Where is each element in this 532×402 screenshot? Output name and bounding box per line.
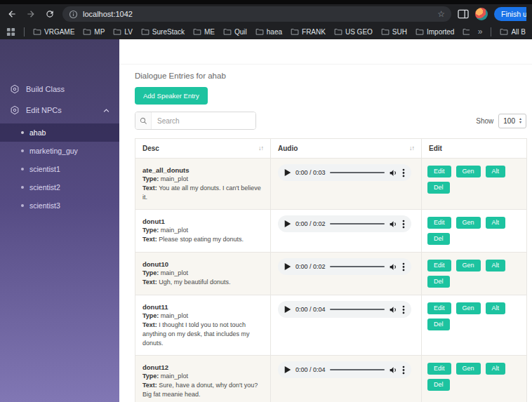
kebab-menu-icon[interactable] bbox=[402, 220, 405, 229]
bookmark-item[interactable]: VRGAME bbox=[33, 27, 74, 36]
search-input[interactable] bbox=[152, 112, 255, 129]
sort-icon[interactable]: ↓↑ bbox=[409, 145, 414, 152]
apps-grid-icon[interactable] bbox=[6, 27, 15, 36]
bookmark-item[interactable]: MP bbox=[83, 27, 105, 36]
forward-button[interactable] bbox=[25, 8, 37, 20]
audio-progress-bar[interactable] bbox=[330, 266, 385, 267]
gen-button[interactable]: Gen bbox=[456, 363, 481, 375]
volume-icon[interactable] bbox=[389, 220, 398, 229]
bookmark-item[interactable]: Quil bbox=[223, 27, 247, 36]
alt-button[interactable]: Alt bbox=[486, 217, 506, 229]
table-row: donut11 Type: main_plot Text: I thought … bbox=[135, 295, 527, 356]
folder-icon bbox=[255, 27, 264, 36]
volume-icon[interactable] bbox=[389, 366, 398, 375]
volume-icon[interactable] bbox=[389, 262, 398, 272]
all-bookmarks-button[interactable]: All B bbox=[500, 27, 526, 36]
bookmark-item[interactable]: SUH bbox=[381, 27, 407, 36]
edit-button[interactable]: Edit bbox=[427, 302, 451, 314]
edit-button[interactable]: Edit bbox=[427, 260, 451, 272]
alt-button[interactable]: Alt bbox=[486, 363, 506, 375]
url-text[interactable]: localhost:1042 bbox=[83, 10, 432, 18]
show-value: 100 bbox=[503, 117, 515, 125]
edit-button[interactable]: Edit bbox=[427, 166, 451, 177]
profile-avatar[interactable] bbox=[475, 8, 488, 20]
bookmarks-bar: VRGAME MP LV SureStack ME Quil haea FRAN… bbox=[0, 24, 532, 39]
del-button[interactable]: Del bbox=[427, 319, 450, 330]
audio-player[interactable]: 0:00 / 0:03 bbox=[278, 164, 411, 181]
audio-progress-bar[interactable] bbox=[330, 369, 385, 370]
gen-button[interactable]: Gen bbox=[456, 166, 481, 177]
volume-icon[interactable] bbox=[389, 305, 398, 314]
bookmark-item[interactable]: Imported bbox=[415, 27, 454, 36]
bookmark-item[interactable]: INTEREST bbox=[463, 27, 469, 36]
volume-icon[interactable] bbox=[389, 168, 398, 177]
del-button[interactable]: Del bbox=[427, 182, 450, 194]
bullet-icon bbox=[21, 186, 24, 189]
audio-progress-bar[interactable] bbox=[330, 309, 385, 310]
audio-player[interactable]: 0:00 / 0:04 bbox=[278, 301, 411, 318]
refresh-icon bbox=[45, 9, 55, 19]
audio-progress-bar[interactable] bbox=[330, 223, 385, 225]
alt-button[interactable]: Alt bbox=[486, 260, 506, 272]
sidebar-npc-item[interactable]: scientist1 bbox=[0, 160, 119, 178]
edit-cell: Edit Gen Alt Del bbox=[422, 210, 527, 253]
address-bar[interactable]: localhost:1042 ☆ bbox=[62, 6, 451, 22]
side-panel-icon[interactable] bbox=[458, 9, 469, 19]
edit-button[interactable]: Edit bbox=[427, 217, 451, 229]
del-button[interactable]: Del bbox=[427, 379, 450, 391]
gen-button[interactable]: Gen bbox=[456, 217, 481, 229]
sidebar-item-edit-npcs[interactable]: Edit NPCs bbox=[0, 100, 119, 121]
desc-cell: donut1 Type: main_plot Text: Please stop… bbox=[135, 210, 271, 253]
bookmark-item[interactable]: FRANK bbox=[291, 27, 326, 36]
show-page-size-select[interactable]: 100 ▴▾ bbox=[498, 114, 526, 128]
gen-button[interactable]: Gen bbox=[456, 302, 481, 314]
gen-button[interactable]: Gen bbox=[456, 260, 481, 272]
bookmarks-overflow-chevrons[interactable]: » bbox=[478, 27, 483, 36]
kebab-menu-icon[interactable] bbox=[402, 366, 405, 375]
audio-progress-bar[interactable] bbox=[330, 172, 385, 173]
kebab-menu-icon[interactable] bbox=[402, 168, 405, 177]
bookmark-label: MP bbox=[94, 28, 105, 36]
bookmark-item[interactable]: US GEO bbox=[334, 27, 373, 36]
entry-text-line: Text: Please stop eating my donuts. bbox=[142, 235, 263, 244]
kebab-menu-icon[interactable] bbox=[402, 262, 405, 272]
play-icon[interactable] bbox=[284, 263, 291, 270]
sidebar-npc-item[interactable]: ahab bbox=[0, 123, 119, 142]
folder-icon bbox=[193, 27, 201, 36]
add-speaker-entry-button[interactable]: Add Speaker Entry bbox=[135, 87, 208, 105]
play-icon[interactable] bbox=[284, 169, 291, 176]
bookmark-item[interactable]: SureStack bbox=[141, 27, 185, 36]
sidebar-item-build-class[interactable]: Build Class bbox=[0, 79, 119, 100]
del-button[interactable]: Del bbox=[427, 233, 450, 245]
bookmark-label: Imported bbox=[427, 28, 454, 36]
kebab-menu-icon[interactable] bbox=[402, 305, 405, 314]
column-header-desc[interactable]: ↓↑ Desc bbox=[135, 139, 271, 159]
alt-button[interactable]: Alt bbox=[486, 302, 506, 314]
desc-cell: ate_all_donuts Type: main_plot Text: You… bbox=[135, 159, 271, 210]
edit-button[interactable]: Edit bbox=[427, 363, 451, 375]
audio-player[interactable]: 0:00 / 0:04 bbox=[278, 361, 411, 378]
bookmark-item[interactable]: LV bbox=[113, 27, 133, 36]
site-info-icon[interactable] bbox=[69, 10, 78, 19]
bookmark-star-icon[interactable]: ☆ bbox=[437, 10, 445, 18]
audio-time: 0:00 / 0:02 bbox=[295, 263, 326, 270]
sidebar-npc-item[interactable]: scientist2 bbox=[0, 178, 119, 196]
page-title: Dialogue Entries for ahab bbox=[135, 72, 526, 80]
finish-update-button[interactable]: Finish u bbox=[494, 7, 526, 21]
sidebar-npc-item[interactable]: scientist3 bbox=[0, 196, 119, 215]
audio-player[interactable]: 0:00 / 0:02 bbox=[278, 215, 411, 232]
alt-button[interactable]: Alt bbox=[486, 166, 506, 177]
play-icon[interactable] bbox=[284, 220, 291, 227]
del-button[interactable]: Del bbox=[427, 276, 450, 288]
refresh-button[interactable] bbox=[44, 8, 56, 20]
column-header-audio[interactable]: ↓↑ Audio bbox=[271, 139, 422, 159]
play-icon[interactable] bbox=[284, 366, 291, 373]
bookmark-item[interactable]: ME bbox=[193, 27, 215, 36]
back-button[interactable] bbox=[6, 8, 18, 20]
play-icon[interactable] bbox=[284, 306, 291, 313]
sort-icon[interactable]: ↓↑ bbox=[258, 145, 263, 152]
sidebar-npc-item[interactable]: marketing_guy bbox=[0, 142, 119, 160]
all-bookmarks-label: All B bbox=[511, 28, 526, 36]
bookmark-item[interactable]: haea bbox=[255, 27, 282, 36]
audio-player[interactable]: 0:00 / 0:02 bbox=[278, 258, 411, 275]
